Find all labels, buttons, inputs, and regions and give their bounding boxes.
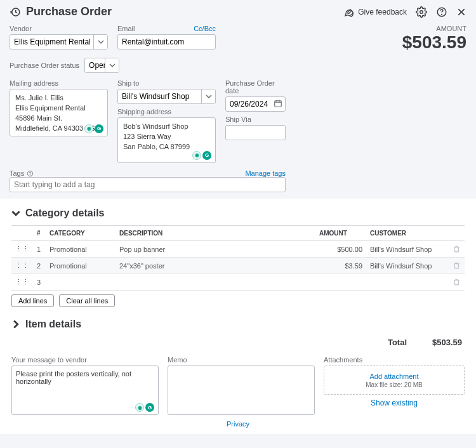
ship-to-label: Ship to	[117, 79, 216, 87]
attachments-label: Attachments	[324, 356, 465, 364]
drag-handle-icon[interactable]: ⋮⋮	[11, 241, 33, 258]
vendor-select[interactable]: Ellis Equipment Rental	[10, 34, 108, 49]
status-label: Purchase Order status	[10, 62, 79, 69]
assist-icon[interactable]: ◉	[192, 151, 201, 160]
category-details-toggle[interactable]: Category details	[11, 208, 465, 219]
svg-point-6	[30, 175, 30, 175]
assist-icon[interactable]: ◉	[135, 403, 144, 412]
memo-label: Memo	[168, 356, 315, 364]
drag-handle-icon[interactable]: ⋮⋮	[11, 258, 33, 274]
ship-to-select[interactable]: Bill's Windsurf Shop	[117, 89, 216, 104]
delete-row-icon[interactable]	[449, 258, 465, 274]
assist-icon[interactable]: ◉	[84, 124, 93, 133]
message-label: Your message to vendor	[11, 356, 159, 364]
email-input[interactable]	[117, 34, 216, 49]
add-attachment-link[interactable]: Add attachment	[369, 372, 418, 380]
privacy-link[interactable]: Privacy	[227, 420, 249, 428]
grammarly-icon[interactable]: G	[202, 151, 211, 160]
add-lines-button[interactable]: Add lines	[11, 294, 54, 307]
table-row[interactable]: ⋮⋮3	[11, 274, 465, 291]
history-icon[interactable]	[10, 6, 21, 18]
message-textarea[interactable]: Please print the posters vertically, not…	[11, 366, 159, 415]
item-details-toggle[interactable]: Item details	[11, 319, 465, 330]
total-label: Total	[388, 338, 407, 347]
vendor-label: Vendor	[10, 25, 108, 32]
grammarly-icon[interactable]: G	[145, 403, 154, 412]
gear-icon[interactable]	[416, 6, 427, 18]
tags-label: Tags	[10, 169, 24, 177]
delete-row-icon[interactable]	[449, 274, 465, 291]
give-feedback-link[interactable]: Give feedback	[344, 7, 407, 17]
close-icon[interactable]	[456, 7, 466, 17]
ship-via-label: Ship Via	[225, 115, 286, 123]
email-label: Email	[117, 25, 135, 32]
tags-help-icon[interactable]	[27, 170, 34, 177]
table-row[interactable]: ⋮⋮1PromotionalPop up banner$500.00Bill's…	[11, 241, 465, 258]
svg-rect-4	[275, 101, 282, 107]
mailing-address-label: Mailing address	[10, 79, 108, 87]
show-existing-link[interactable]: Show existing	[371, 399, 418, 407]
help-icon[interactable]	[436, 6, 447, 18]
delete-row-icon[interactable]	[449, 241, 465, 258]
manage-tags-link[interactable]: Manage tags	[245, 169, 286, 177]
table-row[interactable]: ⋮⋮2Promotional24"x36" poster$3.59Bill's …	[11, 258, 465, 274]
po-date-label: Purchase Order date	[225, 79, 286, 95]
page-title: Purchase Order	[26, 5, 112, 18]
feedback-label: Give feedback	[358, 8, 407, 16]
grammarly-icon[interactable]: G	[95, 124, 103, 133]
cc-bcc-link[interactable]: Cc/Bcc	[194, 25, 216, 34]
category-details-header: Category details	[25, 208, 104, 219]
mailing-address-box[interactable]: Ms. Julie I. Ellis Ellis Equipment Renta…	[10, 89, 108, 136]
svg-point-3	[442, 14, 442, 15]
item-details-header: Item details	[25, 319, 81, 330]
status-select[interactable]: Open	[84, 58, 119, 73]
attachment-max-size: Max file size: 20 MB	[366, 381, 422, 388]
amount-value: $503.59	[402, 32, 466, 53]
ship-via-input[interactable]	[225, 125, 286, 140]
memo-textarea[interactable]	[168, 366, 315, 415]
shipping-address-label: Shipping address	[117, 108, 216, 115]
clear-all-lines-button[interactable]: Clear all lines	[59, 294, 115, 307]
shipping-address-box[interactable]: Bob's Windsurf Shop 123 Sierra Way San P…	[117, 117, 216, 163]
calendar-icon[interactable]	[274, 99, 282, 108]
attachment-dropzone[interactable]: Add attachment Max file size: 20 MB	[324, 366, 465, 395]
total-value: $503.59	[432, 338, 462, 347]
svg-point-1	[420, 10, 423, 13]
tags-input[interactable]	[10, 177, 286, 192]
amount-label: AMOUNT	[402, 25, 466, 32]
drag-handle-icon[interactable]: ⋮⋮	[11, 274, 33, 291]
category-table: # CATEGORY DESCRIPTION AMOUNT CUSTOMER ⋮…	[11, 225, 465, 291]
